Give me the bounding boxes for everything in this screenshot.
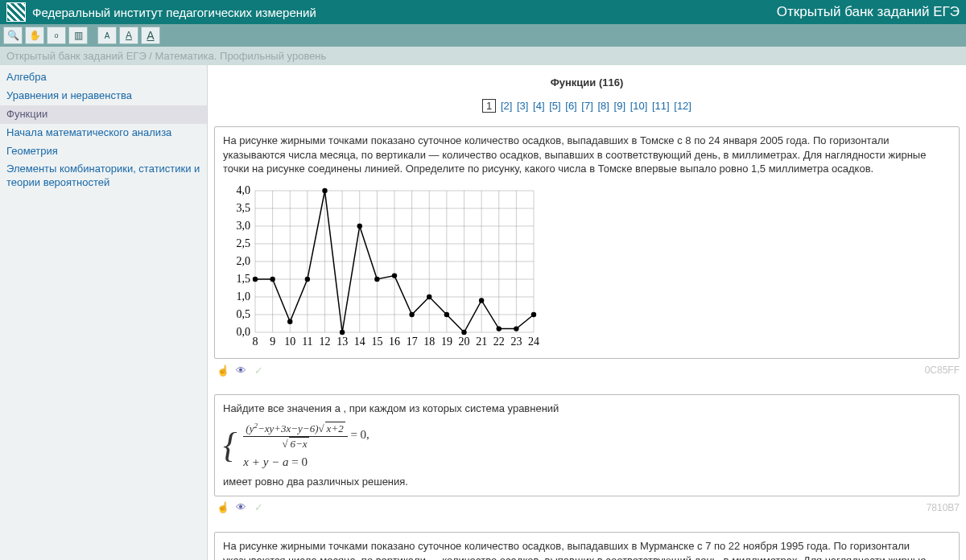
task-text: На рисунке жирными точками показано суто…	[223, 134, 951, 176]
svg-text:9: 9	[270, 336, 275, 348]
task-equation: { (y2−xy+3x−y−6)x+2 6−x = 0, x + y − a =…	[223, 416, 951, 476]
histogram-button[interactable]: ▥	[68, 27, 88, 44]
view-button[interactable]: 👁	[233, 501, 248, 514]
svg-point-65	[479, 298, 484, 303]
svg-point-53	[270, 276, 275, 281]
font-large-button[interactable]: A	[141, 27, 160, 44]
app-header-right: Открытый банк заданий ЕГЭ	[777, 4, 960, 20]
svg-point-63	[444, 311, 449, 316]
svg-point-56	[322, 187, 327, 192]
pager-link[interactable]: [11]	[652, 100, 670, 112]
svg-point-66	[497, 326, 502, 331]
pager-link[interactable]: [3]	[517, 100, 528, 112]
svg-text:17: 17	[407, 336, 418, 348]
view-button[interactable]: 👁	[233, 364, 248, 377]
font-small-button[interactable]: A	[97, 27, 117, 44]
histogram-icon: ▥	[74, 30, 83, 41]
svg-point-61	[409, 311, 414, 316]
add-to-list-button[interactable]: ☝	[216, 364, 230, 377]
svg-text:3,0: 3,0	[237, 220, 251, 232]
svg-point-57	[340, 329, 345, 334]
pager: 1 [2] [3] [4] [5] [6] [7] [8] [9] [10] […	[214, 100, 960, 112]
mark-done-button[interactable]: ✓	[251, 501, 266, 514]
degree-button[interactable]: o	[47, 27, 66, 44]
font-a-icon: A	[105, 31, 110, 40]
pager-link[interactable]: [2]	[501, 100, 512, 112]
pager-link[interactable]: [5]	[549, 100, 560, 112]
svg-point-64	[461, 329, 466, 334]
page-title: Функции (116)	[214, 76, 960, 89]
svg-point-62	[427, 294, 431, 299]
task-code: 7810B7	[927, 502, 960, 513]
svg-text:3,5: 3,5	[237, 202, 251, 214]
svg-text:0,5: 0,5	[237, 308, 251, 320]
breadcrumb: Открытый банк заданий ЕГЭ / Математика. …	[0, 47, 966, 65]
svg-point-59	[374, 276, 379, 281]
sidebar-item[interactable]: Геометрия	[0, 142, 207, 161]
sidebar: АлгебраУравнения и неравенстваФункцииНач…	[0, 65, 208, 560]
svg-text:8: 8	[253, 336, 258, 348]
svg-text:12: 12	[320, 336, 331, 348]
font-a-icon: A	[126, 30, 132, 41]
sidebar-item[interactable]: Начала математического анализа	[0, 124, 207, 142]
add-to-list-button[interactable]: ☝	[216, 501, 230, 514]
app-title: Федеральный институт педагогических изме…	[32, 6, 316, 19]
svg-text:22: 22	[493, 336, 505, 348]
svg-text:1,5: 1,5	[237, 273, 251, 285]
svg-text:13: 13	[336, 336, 348, 348]
pager-link[interactable]: [9]	[614, 100, 625, 112]
pager-link[interactable]: [12]	[674, 100, 691, 112]
search-icon: 🔍	[7, 30, 19, 41]
svg-point-60	[392, 273, 397, 278]
svg-text:19: 19	[441, 336, 452, 348]
pager-link[interactable]: [4]	[533, 100, 544, 112]
svg-point-67	[514, 326, 518, 331]
svg-text:15: 15	[371, 336, 382, 348]
svg-text:20: 20	[459, 336, 470, 348]
svg-text:1,0: 1,0	[237, 290, 251, 303]
svg-point-58	[357, 223, 362, 228]
font-medium-button[interactable]: A	[119, 27, 138, 44]
svg-point-54	[287, 319, 292, 323]
pager-link[interactable]: 1	[482, 99, 496, 113]
svg-text:0,0: 0,0	[237, 326, 251, 338]
svg-point-52	[253, 276, 258, 281]
svg-text:18: 18	[423, 336, 435, 348]
app-header: Федеральный институт педагогических изме…	[0, 0, 966, 24]
hand-button[interactable]: ✋	[25, 27, 44, 44]
toolbar: 🔍 ✋ o ▥ A A A	[0, 24, 966, 47]
svg-text:21: 21	[476, 336, 487, 348]
task-card: На рисунке жирными точками показано суто…	[214, 126, 960, 359]
font-a-icon: A	[147, 29, 154, 42]
task-text: На рисунке жирными точками показано суто…	[223, 539, 951, 560]
pager-link[interactable]: [7]	[581, 100, 592, 112]
task-footer: ☝ 👁 ✓ 0C85FF	[214, 362, 960, 394]
mark-done-button[interactable]: ✓	[251, 364, 266, 377]
svg-point-68	[531, 311, 536, 316]
hand-icon: ✋	[29, 30, 41, 41]
svg-text:14: 14	[354, 336, 365, 348]
degree-icon: o	[54, 31, 58, 39]
svg-text:4,0: 4,0	[237, 186, 251, 196]
svg-text:10: 10	[284, 336, 295, 348]
task-code: 0C85FF	[925, 364, 960, 376]
pager-link[interactable]: [10]	[630, 100, 648, 112]
task-text: имеет ровно два различных решения.	[223, 475, 951, 489]
sidebar-item[interactable]: Элементы комбинаторики, статистики и тео…	[0, 160, 207, 192]
svg-text:2,5: 2,5	[237, 237, 251, 249]
chart-svg: 0,00,51,01,52,02,53,03,54,08910111213141…	[226, 186, 540, 348]
content: Функции (116) 1 [2] [3] [4] [5] [6] [7] …	[208, 65, 966, 560]
svg-text:2,0: 2,0	[237, 255, 251, 267]
svg-point-55	[305, 276, 310, 281]
sidebar-item[interactable]: Функции	[0, 105, 207, 124]
task-card: На рисунке жирными точками показано суто…	[214, 532, 960, 560]
pager-link[interactable]: [6]	[565, 100, 576, 112]
sidebar-item[interactable]: Алгебра	[0, 68, 207, 87]
sidebar-item[interactable]: Уравнения и неравенства	[0, 87, 207, 105]
svg-text:11: 11	[302, 336, 312, 348]
search-button[interactable]: 🔍	[3, 27, 23, 44]
task-text: Найдите все значения a , при каждом из к…	[223, 401, 951, 416]
svg-text:23: 23	[510, 336, 522, 348]
pager-link[interactable]: [8]	[597, 100, 609, 112]
app-logo	[6, 2, 26, 22]
